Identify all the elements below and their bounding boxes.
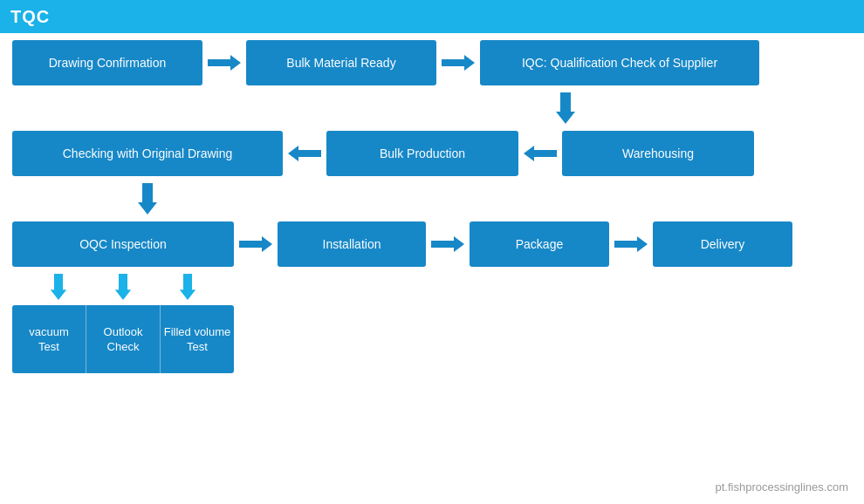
checking-box: Checking with Original Drawing xyxy=(12,131,283,176)
svg-marker-7 xyxy=(431,236,464,252)
svg-marker-8 xyxy=(614,236,648,252)
row1: Drawing Confirmation Bulk Material Ready… xyxy=(12,40,852,85)
svg-marker-5 xyxy=(138,183,157,215)
header-bar: TQC xyxy=(0,0,864,33)
svg-marker-9 xyxy=(51,274,66,300)
package-box: Package xyxy=(470,221,609,267)
arrow-left-1 xyxy=(283,146,326,161)
installation-box: Installation xyxy=(278,221,426,267)
arrow-right-1 xyxy=(202,55,246,71)
row2: Checking with Original Drawing Bulk Prod… xyxy=(12,131,852,176)
bottom-checks-box: vacuum Test Outlook Check Filled volume … xyxy=(12,305,234,373)
down-arrow-checking xyxy=(12,183,283,215)
svg-marker-3 xyxy=(288,146,321,161)
svg-marker-1 xyxy=(442,55,475,71)
bulk-production-box: Bulk Production xyxy=(326,131,518,176)
filled-volume-cell: Filled volume Test xyxy=(161,305,234,373)
svg-marker-4 xyxy=(524,146,557,161)
arrow-right-3 xyxy=(234,236,278,252)
svg-marker-0 xyxy=(208,55,241,71)
iqc-box: IQC: Qualification Check of Supplier xyxy=(480,40,759,85)
svg-marker-10 xyxy=(115,274,131,300)
arrow-right-2 xyxy=(436,55,480,71)
svg-marker-11 xyxy=(180,274,195,300)
drawing-confirmation-box: Drawing Confirmation xyxy=(12,40,202,85)
oqc-box: OQC Inspection xyxy=(12,221,234,267)
tqc-label: TQC xyxy=(10,7,50,27)
arrow-left-2 xyxy=(518,146,562,161)
arrow-right-5 xyxy=(609,236,653,252)
svg-marker-2 xyxy=(556,92,575,124)
arrow-right-4 xyxy=(426,236,470,252)
bulk-material-box: Bulk Material Ready xyxy=(246,40,436,85)
svg-marker-6 xyxy=(239,236,272,252)
delivery-box: Delivery xyxy=(653,221,792,267)
triple-down-arrows xyxy=(12,274,234,300)
down-arrow-iqc xyxy=(426,92,705,124)
warehousing-box: Warehousing xyxy=(562,131,754,176)
outlook-check-cell: Outlook Check xyxy=(86,305,161,373)
vacuum-test-cell: vacuum Test xyxy=(12,305,86,373)
watermark: pt.fishprocessinglines.com xyxy=(716,480,848,494)
row3: OQC Inspection Installation Package Deli… xyxy=(12,221,852,267)
